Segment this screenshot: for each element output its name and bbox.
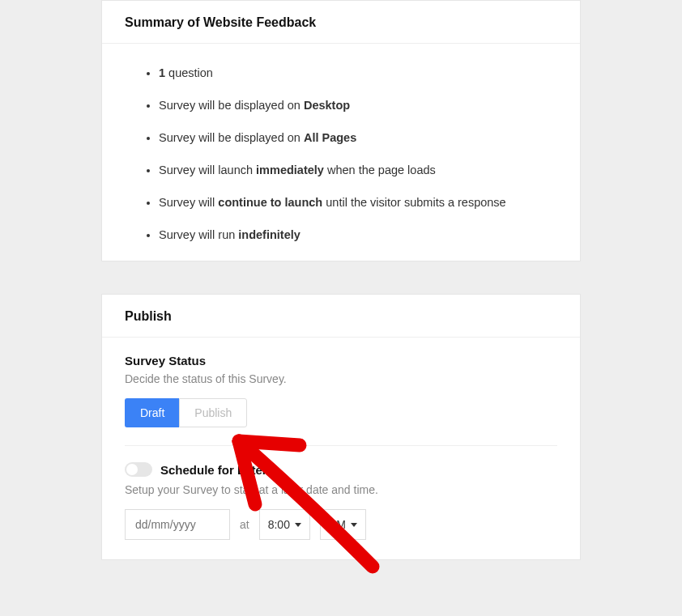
summary-item: 1 question (159, 66, 557, 79)
schedule-controls: at 8:00 AM (125, 509, 557, 540)
summary-title: Summary of Website Feedback (125, 15, 557, 30)
summary-list: 1 question Survey will be displayed on D… (125, 66, 557, 241)
schedule-toggle[interactable] (125, 462, 152, 477)
date-input[interactable] (125, 509, 230, 540)
divider (125, 445, 557, 446)
status-title: Survey Status (125, 354, 557, 367)
summary-header: Summary of Website Feedback (102, 1, 580, 44)
summary-item: Survey will run indefinitely (159, 228, 557, 241)
summary-item: Survey will launch immediately when the … (159, 164, 557, 176)
status-button-group: Draft Publish (125, 398, 247, 427)
chevron-down-icon (295, 523, 301, 527)
summary-body: 1 question Survey will be displayed on D… (102, 44, 580, 261)
publish-body: Survey Status Decide the status of this … (102, 338, 580, 559)
ampm-value: AM (329, 518, 346, 531)
summary-item: Survey will be displayed on Desktop (159, 99, 557, 112)
ampm-select[interactable]: AM (320, 509, 366, 540)
publish-header: Publish (102, 295, 580, 338)
time-select[interactable]: 8:00 (259, 509, 310, 540)
at-label: at (240, 518, 249, 531)
draft-button[interactable]: Draft (125, 398, 179, 427)
time-value: 8:00 (268, 518, 290, 531)
schedule-desc: Setup your Survey to start at a later da… (125, 483, 557, 496)
summary-item: Survey will continue to launch until the… (159, 196, 557, 209)
publish-button[interactable]: Publish (179, 398, 247, 427)
schedule-row: Schedule for Later (125, 462, 557, 477)
schedule-title: Schedule for Later (160, 463, 267, 477)
publish-card: Publish Survey Status Decide the status … (101, 294, 581, 560)
chevron-down-icon (351, 523, 357, 527)
summary-item: Survey will be displayed on All Pages (159, 131, 557, 144)
summary-card: Summary of Website Feedback 1 question S… (101, 0, 581, 261)
status-desc: Decide the status of this Survey. (125, 372, 557, 385)
publish-title: Publish (125, 309, 557, 324)
